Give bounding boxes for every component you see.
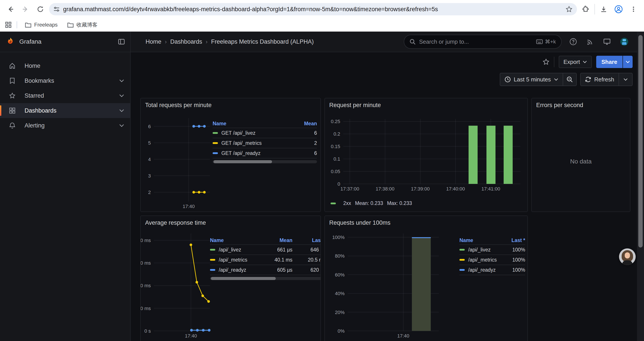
breadcrumb-home[interactable]: Home [146, 38, 161, 45]
refresh-button[interactable]: Refresh [581, 73, 618, 86]
request-per-minute-chart[interactable]: 00.050.10.150.20.2517:37:0017:38:0017:39… [325, 98, 528, 212]
panel-title[interactable]: Errors per second [532, 98, 630, 109]
url-text[interactable]: grafana.mathmast.com/d/deytv4rwavabkb/fr… [63, 6, 562, 13]
svg-text:0.25: 0.25 [331, 119, 340, 124]
legend-table: NameMeanLast */api/_livez661 µs646 µs/ap… [210, 236, 321, 280]
chevron-down-icon[interactable] [119, 94, 124, 97]
time-range-picker[interactable]: Last 5 minutes [500, 73, 563, 86]
legend-scrollbar[interactable] [210, 277, 321, 280]
legend-header-name[interactable]: Name [210, 236, 262, 245]
bookmarks-divider [17, 21, 17, 28]
svg-text:0.1: 0.1 [334, 156, 340, 162]
svg-text:17:39:00: 17:39:00 [411, 186, 430, 192]
svg-text:17:40: 17:40 [182, 204, 195, 209]
sidebar-item-starred[interactable]: Starred [0, 88, 130, 103]
legend-table: NameLast */api/_livez100%/api/_metrics10… [460, 236, 525, 275]
svg-text:20 ms: 20 ms [141, 306, 151, 311]
series-swatch [460, 259, 465, 261]
legend-series-name[interactable]: GET /api/_livez [212, 128, 295, 138]
bookmark-folder-label: Freeleaps [34, 22, 58, 28]
favorite-star-icon[interactable] [542, 58, 550, 65]
bookmark-folder-freeleaps[interactable]: Freeleaps [22, 21, 60, 29]
page-scrollbar-thumb[interactable] [638, 35, 643, 247]
refresh-interval-button[interactable] [619, 73, 632, 86]
legend-series-value: 661 µs [262, 245, 292, 255]
legend-series-name[interactable]: GET /api/_metrics [212, 138, 295, 148]
apps-grid-icon[interactable] [5, 22, 12, 28]
grafana-brand: Grafana [19, 38, 42, 45]
legend-series-name[interactable]: /api/_livez [210, 245, 262, 255]
site-info-icon[interactable] [54, 6, 60, 12]
svg-text:17:40:00: 17:40:00 [446, 186, 465, 192]
legend-header-last-[interactable]: Last * [505, 236, 525, 245]
extensions-icon[interactable] [580, 3, 592, 15]
share-button[interactable]: Share [596, 56, 622, 68]
series-swatch [212, 142, 218, 144]
svg-text:5: 5 [148, 140, 151, 146]
rss-icon[interactable] [586, 38, 594, 45]
legend-series-name[interactable]: /api/_metrics [210, 255, 262, 265]
back-icon[interactable] [4, 3, 17, 15]
legend-header-name[interactable]: Name [212, 119, 295, 128]
legend-series-name[interactable]: /api/_readyz [210, 265, 262, 275]
screen: grafana.mathmast.com/d/deytv4rwavabkb/fr… [0, 0, 644, 341]
user-avatar[interactable] [620, 38, 628, 46]
grafana-header-left: Grafana [0, 32, 131, 52]
legend-header-mean[interactable]: Mean [262, 236, 292, 245]
reload-icon[interactable] [34, 3, 46, 15]
bookmark-star-icon[interactable] [566, 6, 572, 13]
header-icons [570, 38, 628, 46]
menu-kebab-icon[interactable] [627, 3, 640, 15]
sidebar-item-dashboards[interactable]: Dashboards [0, 103, 130, 118]
breadcrumb-dashboards[interactable]: Dashboards [170, 38, 202, 45]
legend-series-name[interactable]: /api/_livez [460, 245, 505, 255]
chevron-down-icon [554, 78, 558, 81]
panel-total-requests-per-minute: Total requests per minute 2345617:40Name… [140, 98, 321, 212]
bookmark-folder-blogs[interactable]: 收藏博客 [65, 20, 100, 30]
legend-header-mean[interactable]: Mean [295, 119, 317, 128]
sidebar-toggle-icon[interactable] [118, 38, 125, 45]
downloads-icon[interactable] [598, 3, 610, 15]
legend-header-name[interactable]: Name [460, 236, 505, 245]
panel-average-response-time: Average response time 0 s20 ms40 ms60 ms… [140, 215, 321, 341]
chevron-down-icon [626, 61, 630, 63]
legend-scrollbar[interactable] [212, 160, 317, 163]
profile-icon[interactable] [612, 3, 625, 15]
search-placeholder: Search or jump to... [419, 38, 533, 45]
share-menu-button[interactable] [623, 56, 632, 68]
sidebar-item-alerting[interactable]: Alerting [0, 118, 130, 133]
series-swatch [460, 249, 465, 251]
zoom-out-button[interactable] [563, 73, 576, 86]
search-input[interactable]: Search or jump to... ⌘+k [404, 35, 562, 49]
requests-under-100ms-chart[interactable]: 0%20%40%60%80%100%17:40 [325, 216, 528, 341]
sidebar-item-label: Starred [24, 92, 119, 99]
folder-icon [67, 22, 74, 28]
svg-text:40 ms: 40 ms [141, 283, 151, 288]
grafana-logo[interactable] [6, 37, 15, 46]
chevron-down-icon[interactable] [119, 79, 124, 82]
legend-scrollbar-thumb[interactable] [211, 277, 276, 280]
sidebar-item-bookmarks[interactable]: Bookmarks [0, 73, 130, 88]
url-bar[interactable]: grafana.mathmast.com/d/deytv4rwavabkb/fr… [49, 3, 577, 15]
legend-series-name[interactable]: /api/_metrics [460, 255, 505, 265]
legend-series-name[interactable]: /api/_readyz [460, 265, 505, 275]
svg-text:2: 2 [148, 190, 151, 195]
legend-header-last-[interactable]: Last * [292, 236, 321, 245]
legend-series-value: 620 µs [292, 265, 321, 275]
floating-assistant-avatar[interactable] [619, 248, 636, 265]
legend-scrollbar-thumb[interactable] [214, 160, 272, 163]
export-button[interactable]: Export [559, 56, 592, 68]
refresh-label: Refresh [594, 76, 614, 83]
chevron-down-icon[interactable] [119, 124, 124, 127]
svg-text:100%: 100% [332, 235, 344, 240]
breadcrumb-separator: › [206, 38, 208, 45]
forward-icon[interactable] [19, 3, 32, 15]
legend-series-name[interactable]: GET /api/_readyz [212, 148, 295, 158]
help-icon[interactable] [570, 38, 577, 46]
breadcrumb-separator: › [165, 38, 167, 45]
panel-requests-under-100ms: Requests under 100ms 0%20%40%60%80%100%1… [324, 215, 528, 341]
monitor-icon[interactable] [603, 38, 611, 45]
legend-series-value: 40.1 ms [262, 255, 292, 265]
sidebar-item-home[interactable]: Home [0, 58, 130, 73]
chevron-down-icon[interactable] [119, 109, 124, 112]
